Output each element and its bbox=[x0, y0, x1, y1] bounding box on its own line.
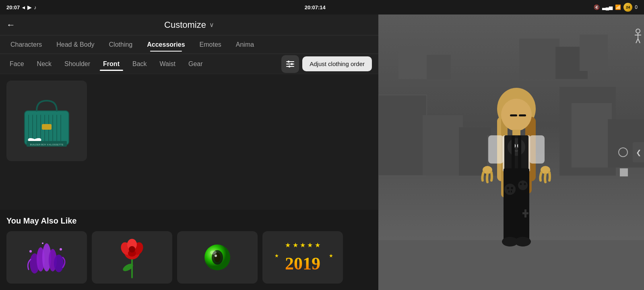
item-teal-bag[interactable]: BUILDER BOY X KLOSSETTE bbox=[6, 81, 87, 161]
tab-characters[interactable]: Characters bbox=[3, 38, 49, 52]
sub-tab-back[interactable]: Back bbox=[126, 57, 153, 71]
svg-rect-88 bbox=[511, 191, 512, 193]
svg-rect-87 bbox=[508, 191, 510, 193]
mute-icon: 🔇 bbox=[594, 4, 600, 10]
svg-line-102 bbox=[638, 39, 640, 43]
svg-point-85 bbox=[507, 187, 509, 189]
svg-point-97 bbox=[515, 237, 531, 246]
recommendations-title: You May Also Like bbox=[6, 216, 372, 226]
svg-point-42 bbox=[215, 255, 217, 257]
svg-text:★: ★ bbox=[275, 253, 279, 259]
status-right: 🔇 ▃▄▅ 📶 24 0 bbox=[594, 3, 638, 12]
scene-square-button[interactable] bbox=[620, 168, 628, 176]
svg-rect-17 bbox=[42, 124, 52, 130]
svg-text:★: ★ bbox=[329, 253, 333, 259]
2019-image: ★ ★ ★ ★ ★ ★ ★ 2019 bbox=[266, 233, 339, 282]
status-time-left: 20:07 bbox=[6, 4, 20, 10]
tab-head-body[interactable]: Head & Body bbox=[49, 38, 101, 52]
sub-tab-waist[interactable]: Waist bbox=[153, 57, 182, 71]
status-time-center: 20:07:14 bbox=[305, 4, 326, 10]
svg-rect-58 bbox=[519, 39, 559, 79]
recommendations-section: You May Also Like bbox=[0, 210, 378, 290]
rec-item-red-rose[interactable] bbox=[92, 231, 172, 284]
sub-tab-neck[interactable]: Neck bbox=[31, 57, 58, 71]
svg-rect-81 bbox=[518, 135, 521, 172]
status-left: 20:07 ◂ ▶ ♪ bbox=[6, 4, 37, 10]
svg-line-101 bbox=[636, 39, 638, 43]
svg-rect-90 bbox=[522, 212, 528, 214]
signal-icon: ▃▄▅ bbox=[602, 4, 613, 10]
svg-rect-68 bbox=[510, 114, 517, 116]
header-title: Customize ∨ bbox=[164, 20, 214, 30]
gold-badge: 24 bbox=[623, 3, 632, 12]
rec-item-2019[interactable]: ★ ★ ★ ★ ★ ★ ★ 2019 bbox=[262, 231, 343, 284]
music-icon: ♪ bbox=[34, 4, 37, 10]
accessibility-icon[interactable] bbox=[632, 27, 644, 47]
tab-emotes[interactable]: Emotes bbox=[192, 38, 229, 52]
teal-bag-image: BUILDER BOY X KLOSSETTE bbox=[14, 89, 79, 153]
adjust-area: Adjust clothing order bbox=[281, 55, 372, 73]
page-header: ← Customize ∨ bbox=[0, 14, 378, 35]
svg-text:BUILDER BOY X KLOSSETTE: BUILDER BOY X KLOSSETTE bbox=[30, 143, 64, 146]
svg-point-98 bbox=[636, 29, 640, 33]
scene-arrow-button[interactable]: ❮ bbox=[633, 142, 644, 162]
rec-item-purple-flames[interactable] bbox=[6, 231, 87, 284]
svg-rect-48 bbox=[378, 95, 427, 176]
svg-rect-50 bbox=[423, 115, 463, 176]
svg-point-92 bbox=[520, 183, 522, 185]
svg-point-28 bbox=[29, 250, 32, 253]
chevron-down-icon[interactable]: ∨ bbox=[209, 21, 214, 29]
svg-rect-82 bbox=[504, 168, 529, 241]
tab-animations[interactable]: Anima bbox=[229, 38, 261, 52]
svg-point-43 bbox=[210, 251, 217, 255]
svg-point-93 bbox=[524, 183, 526, 185]
accessibility-svg bbox=[633, 29, 643, 45]
svg-rect-56 bbox=[398, 47, 431, 79]
battery-level: 24 bbox=[626, 5, 630, 9]
recommendations-grid: ★ ★ ★ ★ ★ ★ ★ 2019 bbox=[6, 231, 372, 284]
svg-rect-80 bbox=[512, 135, 515, 172]
play-icon: ▶ bbox=[27, 4, 31, 10]
left-panel: ← Customize ∨ Characters Head & Body Clo… bbox=[0, 14, 378, 290]
svg-rect-60 bbox=[580, 35, 608, 71]
3d-viewport: ❮ bbox=[378, 14, 644, 290]
nav-arrow-icon: ◂ bbox=[22, 4, 25, 10]
tab-clothing[interactable]: Clothing bbox=[102, 38, 140, 52]
character-avatar bbox=[468, 81, 565, 290]
sub-tabs-row: Face Neck Shoulder Front Back Waist Gear bbox=[0, 54, 378, 74]
svg-point-3 bbox=[291, 63, 293, 65]
notification-count: 0 bbox=[635, 4, 638, 10]
svg-text:2019: 2019 bbox=[285, 254, 320, 273]
status-bar: 20:07 ◂ ▶ ♪ 20:07:14 🔇 ▃▄▅ 📶 24 0 bbox=[0, 0, 644, 14]
svg-rect-72 bbox=[488, 135, 504, 164]
svg-point-38 bbox=[129, 246, 135, 253]
sub-tab-shoulder[interactable]: Shoulder bbox=[58, 57, 97, 71]
svg-point-75 bbox=[508, 138, 525, 156]
green-orb-image bbox=[201, 241, 233, 273]
adjust-clothing-order-button[interactable] bbox=[281, 55, 299, 73]
svg-rect-54 bbox=[572, 103, 612, 168]
svg-point-1 bbox=[288, 60, 290, 62]
back-button[interactable]: ← bbox=[6, 20, 15, 30]
svg-rect-69 bbox=[519, 114, 526, 116]
sub-tab-front[interactable]: Front bbox=[97, 57, 126, 71]
svg-point-86 bbox=[511, 187, 513, 189]
svg-point-27 bbox=[54, 255, 64, 272]
svg-point-29 bbox=[60, 248, 62, 251]
red-rose-image bbox=[116, 233, 148, 282]
sub-tab-face[interactable]: Face bbox=[3, 57, 31, 71]
purple-flames-image bbox=[23, 235, 71, 280]
wifi-icon: 📶 bbox=[615, 4, 621, 10]
scene-circle-button[interactable] bbox=[618, 147, 628, 157]
sliders-icon bbox=[286, 60, 295, 68]
svg-point-30 bbox=[42, 242, 43, 244]
adjust-clothing-order-tooltip: Adjust clothing order bbox=[302, 56, 372, 71]
svg-point-5 bbox=[289, 65, 291, 67]
sub-tab-gear[interactable]: Gear bbox=[182, 57, 209, 71]
page-title: Customize bbox=[164, 20, 206, 30]
rec-item-green-orb[interactable] bbox=[177, 231, 258, 284]
nav-tabs-primary: Characters Head & Body Clothing Accessor… bbox=[0, 35, 378, 54]
main-layout: ← Customize ∨ Characters Head & Body Clo… bbox=[0, 14, 644, 290]
tab-accessories[interactable]: Accessories bbox=[140, 38, 192, 52]
svg-point-84 bbox=[506, 190, 514, 195]
